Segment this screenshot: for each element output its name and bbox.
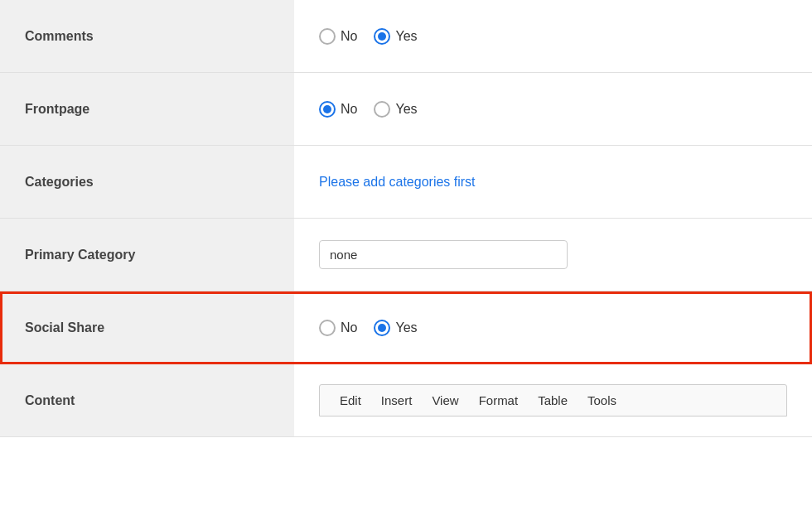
editor-toolbar: EditInsertViewFormatTableTools <box>319 384 787 416</box>
radio-circle-comments-no[interactable] <box>319 28 336 45</box>
toolbar-item-table[interactable]: Table <box>528 390 578 411</box>
toolbar-item-format[interactable]: Format <box>469 390 529 411</box>
radio-circle-social-yes[interactable] <box>374 320 390 336</box>
radio-item-frontpage-no[interactable]: No <box>319 101 357 118</box>
radio-label-social-no: No <box>341 320 357 335</box>
radio-group-frontpage: NoYes <box>319 101 418 118</box>
label-categories: Categories <box>0 146 294 218</box>
label-content: Content <box>0 364 294 436</box>
toolbar-item-edit[interactable]: Edit <box>330 390 371 411</box>
radio-circle-social-no[interactable] <box>319 320 336 336</box>
value-categories: Please add categories first <box>294 158 812 206</box>
form-row-social-share: Social ShareNoYes <box>0 291 812 364</box>
radio-item-comments-no[interactable]: No <box>319 28 357 45</box>
form-row-content: ContentEditInsertViewFormatTableTools <box>0 364 812 437</box>
form-row-comments: CommentsNoYes <box>0 0 812 73</box>
radio-group-social-share: NoYes <box>319 320 418 336</box>
radio-circle-comments-yes[interactable] <box>374 28 390 45</box>
radio-label-comments-yes: Yes <box>395 29 417 44</box>
value-frontpage: NoYes <box>294 84 812 134</box>
value-comments: NoYes <box>294 12 812 61</box>
radio-label-comments-no: No <box>341 29 357 44</box>
radio-label-frontpage-no: No <box>341 102 357 117</box>
categories-link[interactable]: Please add categories first <box>319 175 476 190</box>
radio-label-social-yes: Yes <box>395 320 417 335</box>
value-primary-category: none <box>294 224 812 286</box>
value-social-share: NoYes <box>294 303 812 353</box>
label-comments: Comments <box>0 0 294 72</box>
form-row-categories: CategoriesPlease add categories first <box>0 146 812 219</box>
radio-circle-frontpage-yes[interactable] <box>374 101 390 118</box>
toolbar-item-tools[interactable]: Tools <box>578 390 626 411</box>
radio-group-comments: NoYes <box>319 28 418 45</box>
label-social-share: Social Share <box>0 291 294 364</box>
radio-item-frontpage-yes[interactable]: Yes <box>374 101 417 118</box>
radio-label-frontpage-yes: Yes <box>395 102 417 117</box>
label-primary-category: Primary Category <box>0 219 294 291</box>
primary-category-select[interactable]: none <box>319 240 568 269</box>
value-content: EditInsertViewFormatTableTools <box>294 364 812 436</box>
radio-circle-frontpage-no[interactable] <box>319 101 336 118</box>
radio-item-social-yes[interactable]: Yes <box>374 320 417 336</box>
form-row-primary-category: Primary Categorynone <box>0 219 812 291</box>
radio-item-social-no[interactable]: No <box>319 320 357 336</box>
form-container: CommentsNoYesFrontpageNoYesCategoriesPle… <box>0 0 812 437</box>
toolbar-item-view[interactable]: View <box>422 390 468 411</box>
toolbar-item-insert[interactable]: Insert <box>371 390 423 411</box>
radio-item-comments-yes[interactable]: Yes <box>374 28 417 45</box>
form-row-frontpage: FrontpageNoYes <box>0 73 812 146</box>
label-frontpage: Frontpage <box>0 73 294 145</box>
